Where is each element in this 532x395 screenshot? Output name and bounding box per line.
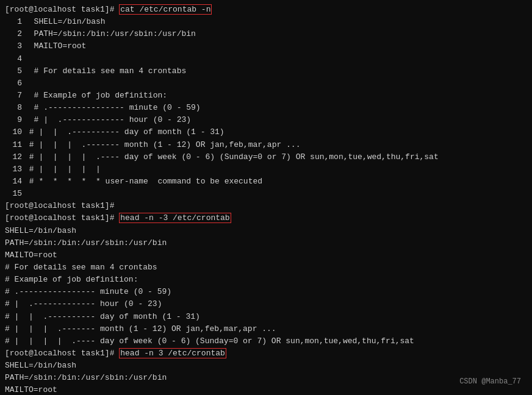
line-number: 5 xyxy=(5,65,22,77)
terminal-line: # | | .---------- day of month (1 - 31) xyxy=(5,311,527,323)
line-number: 9 xyxy=(5,114,22,126)
terminal: [root@localhost task1]# cat /etc/crontab… xyxy=(5,4,527,391)
terminal-line: 6 xyxy=(5,77,527,90)
terminal-line: 10 # | | .---------- day of month (1 - 3… xyxy=(5,126,527,138)
terminal-line: PATH=/sbin:/bin:/usr/sbin:/usr/bin xyxy=(5,237,527,249)
terminal-line: 2 PATH=/sbin:/bin:/usr/sbin:/usr/bin xyxy=(5,28,527,40)
terminal-line: # | | | .------- month (1 - 12) OR jan,f… xyxy=(5,323,527,335)
terminal-line: [root@localhost task1]# head -n 3 /etc/c… xyxy=(5,347,527,360)
terminal-line: 13 # | | | | | xyxy=(5,163,527,176)
line-number: 4 xyxy=(5,53,22,65)
line-number: 7 xyxy=(5,90,22,102)
terminal-line: # Example of job definition: xyxy=(5,274,527,286)
terminal-line: [root@localhost task1]# head -n -3 /etc/… xyxy=(5,212,527,224)
line-number: 1 xyxy=(5,16,22,28)
terminal-line: 5 # For details see man 4 crontabs xyxy=(5,65,527,77)
terminal-line: 9 # | .------------- hour (0 - 23) xyxy=(5,114,527,126)
terminal-line: # .---------------- minute (0 - 59) xyxy=(5,286,527,298)
prompt: [root@localhost task1]# xyxy=(5,201,119,210)
terminal-line: # For details see man 4 crontabs xyxy=(5,262,527,274)
terminal-line: 7 # Example of job definition: xyxy=(5,90,527,102)
terminal-line: SHELL=/bin/bash xyxy=(5,225,527,237)
terminal-line: 1 SHELL=/bin/bash xyxy=(5,16,527,28)
terminal-line: 8 # .---------------- minute (0 - 59) xyxy=(5,102,527,114)
terminal-line: # | .------------- hour (0 - 23) xyxy=(5,298,527,310)
terminal-line: MAILTO=root xyxy=(5,384,527,395)
terminal-line: 4 xyxy=(5,53,527,65)
line-number: 12 xyxy=(5,151,22,163)
terminal-line: # | | | | .---- day of week (0 - 6) (Sun… xyxy=(5,335,527,347)
terminal-line: SHELL=/bin/bash xyxy=(5,360,527,372)
line-number: 10 xyxy=(5,126,22,138)
prompt: [root@localhost task1]# xyxy=(5,349,119,358)
command: head -n -3 /etc/crontab xyxy=(119,213,231,223)
terminal-line: MAILTO=root xyxy=(5,249,527,262)
terminal-line: 14 # * * * * * user-name command to be e… xyxy=(5,176,527,188)
watermark: CSDN @Manba_77 xyxy=(459,376,521,388)
terminal-line: 11 # | | | .------- month (1 - 12) OR ja… xyxy=(5,139,527,151)
terminal-line: 12 # | | | | .---- day of week (0 - 6) (… xyxy=(5,151,527,163)
prompt: [root@localhost task1]# xyxy=(5,5,119,14)
line-number: 6 xyxy=(5,77,22,90)
line-number: 13 xyxy=(5,163,22,176)
line-number: 3 xyxy=(5,40,22,52)
line-number: 11 xyxy=(5,139,22,151)
line-number: 8 xyxy=(5,102,22,114)
terminal-line: [root@localhost task1]# xyxy=(5,200,527,212)
command: head -n 3 /etc/crontab xyxy=(119,348,226,358)
command: cat /etc/crontab -n xyxy=(119,4,212,15)
line-number: 2 xyxy=(5,28,22,40)
terminal-line: 15 xyxy=(5,188,527,200)
line-number: 15 xyxy=(5,188,22,200)
prompt: [root@localhost task1]# xyxy=(5,213,119,222)
line-number: 14 xyxy=(5,176,22,188)
terminal-line: 3 MAILTO=root xyxy=(5,40,527,52)
terminal-line: [root@localhost task1]# cat /etc/crontab… xyxy=(5,4,527,16)
terminal-line: PATH=/sbin:/bin:/usr/sbin:/usr/bin xyxy=(5,372,527,384)
